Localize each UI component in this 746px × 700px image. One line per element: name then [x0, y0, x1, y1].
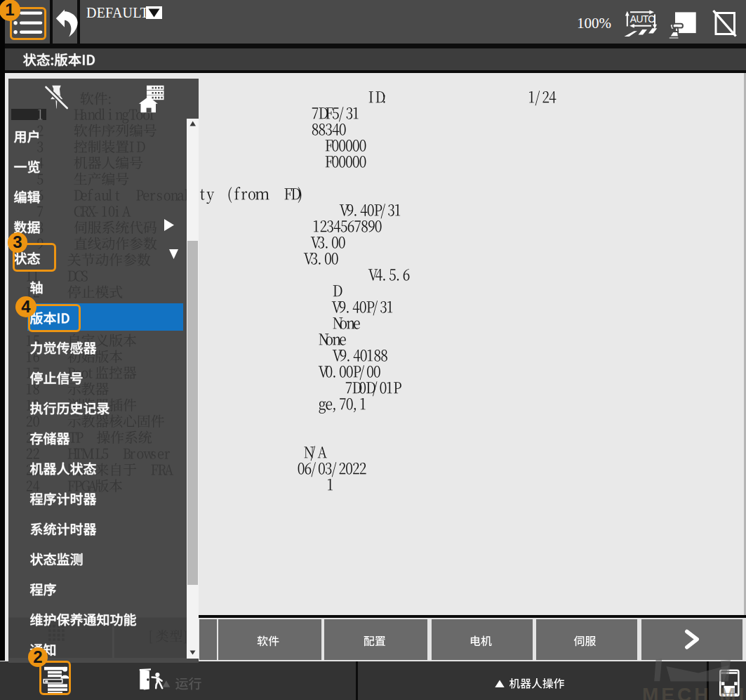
svg-text:MECH MIND: MECH MIND: [642, 684, 746, 700]
svg-text:AUTO: AUTO: [630, 14, 656, 25]
